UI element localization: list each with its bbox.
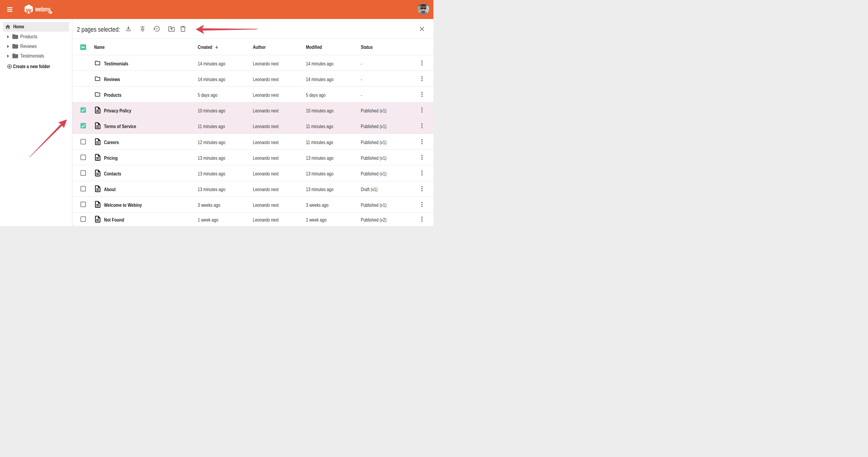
svg-text:w: w: [26, 6, 32, 14]
svg-text:webıny: webıny: [35, 6, 50, 13]
